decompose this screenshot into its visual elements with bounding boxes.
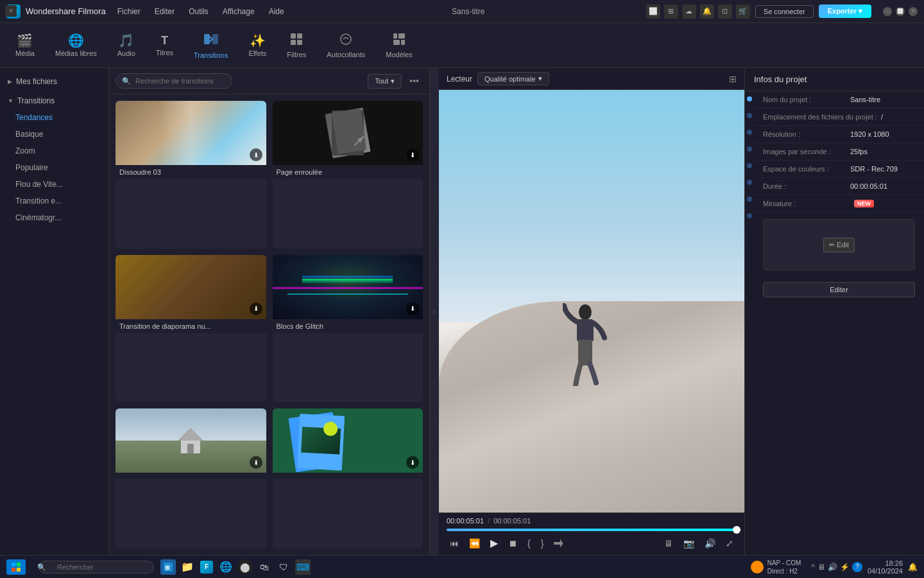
menu-fichier[interactable]: Fichier (111, 4, 147, 19)
menu-outils[interactable]: Outils (182, 4, 215, 19)
time-current: 00:00:05:01 (447, 517, 484, 525)
export-button[interactable]: Exporter ▾ (819, 4, 871, 18)
svg-rect-7 (297, 40, 302, 45)
filter-button[interactable]: Tout ▾ (368, 74, 402, 89)
info-dot-4 (747, 146, 752, 152)
edit-button[interactable]: Editer (763, 282, 915, 297)
taskbar-icon-1[interactable]: ⊞ (160, 559, 176, 575)
edit-miniature-button[interactable]: ✏ Edit (823, 238, 855, 252)
section-my-files-header[interactable]: ▶ Mes fichiers (0, 73, 108, 90)
download-icon-glitch[interactable]: ⬇ (406, 302, 419, 315)
monitor-icon[interactable]: ⬜ (646, 4, 660, 19)
transition-card-slideshow[interactable]: ⬇ Transition de diaporama nu... (116, 255, 266, 403)
more-options-button[interactable]: ••• (406, 74, 423, 87)
question-icon[interactable]: ? (852, 562, 862, 572)
step-back-button[interactable]: ⏪ (466, 536, 483, 550)
mark-out-button[interactable]: } (538, 536, 547, 550)
transition-card-glitch[interactable]: ⬇ Blocs de Glitch (273, 255, 424, 403)
info-content: Nom du projet : Sans-titre Emplacement d… (754, 91, 924, 302)
mark-in-button[interactable]: { (524, 536, 534, 550)
snapshot-button[interactable]: 📷 (680, 536, 697, 550)
network-icon[interactable]: 🖥 (817, 563, 825, 572)
info-row-colorspace: Espace de couleurs : SDR - Rec.709 (754, 161, 924, 178)
transition-card-pages[interactable]: ⬇ (273, 408, 424, 548)
stop-button[interactable]: ⏹ (505, 536, 520, 550)
taskbar-icon-filmora[interactable]: F (199, 559, 214, 575)
apps-icon[interactable]: ⊡ (718, 4, 732, 19)
connect-button[interactable]: Se connecter (755, 5, 814, 18)
cart-icon[interactable]: 🛒 (736, 4, 750, 19)
play-button[interactable]: ▶ (487, 535, 501, 551)
svg-rect-4 (291, 33, 296, 39)
toolbar-media[interactable]: 🎬 Média (6, 30, 44, 61)
progress-track[interactable] (447, 529, 737, 531)
transition-card-house[interactable]: ⬇ (116, 408, 266, 548)
toolbar-models[interactable]: Modèles (377, 28, 422, 62)
sidebar-item-basique[interactable]: Basique (0, 126, 108, 143)
download-icon-page[interactable]: ⬇ (406, 148, 419, 161)
taskbar-search-icon: 🔍 (37, 563, 46, 571)
info-sidebar-dots (745, 91, 754, 302)
sidebar-item-zoom[interactable]: Zoom (0, 143, 108, 159)
download-icon-slideshow[interactable]: ⬇ (250, 302, 262, 315)
download-icon[interactable]: ⬇ (250, 148, 262, 161)
sidebar-item-flou[interactable]: Flou de Vite... (0, 176, 108, 193)
taskbar-icon-browser[interactable]: 🌐 (218, 559, 234, 575)
taskbar-search-input[interactable] (38, 561, 154, 574)
download-icon-house[interactable]: ⬇ (250, 456, 262, 469)
bell-icon[interactable]: 🔔 (700, 4, 714, 19)
window-controls: — ⬜ ✕ (883, 7, 918, 16)
section-transitions-header[interactable]: ▼ Transitions (0, 92, 108, 109)
toolbar-audio[interactable]: 🎵 Audio (108, 30, 144, 61)
search-bar: 🔍 Tout ▾ ••• (109, 68, 429, 94)
fullscreen-button[interactable]: ⤢ (723, 536, 737, 550)
toolbar-effects[interactable]: ✨ Effets (239, 30, 275, 61)
progress-handle[interactable] (733, 526, 740, 534)
toolbar-titles[interactable]: T Titres (147, 31, 182, 60)
transition-card-page[interactable]: ⬇ Page enroulée (273, 101, 424, 249)
sidebar-item-populaire[interactable]: Populaire (0, 159, 108, 176)
transition-card-dissolve[interactable]: ⬇ Dissoudre 03 (116, 101, 266, 249)
taskbar-icon-chrome[interactable]: ⬤ (237, 559, 253, 575)
speaker-icon[interactable]: 🔊 (828, 563, 837, 572)
grid-icon[interactable]: ⊞ (664, 4, 678, 19)
toolbar-filters[interactable]: Filtres (278, 28, 315, 62)
maximize-button[interactable]: ⬜ (896, 7, 905, 16)
add-to-timeline-button[interactable] (551, 537, 566, 550)
minimize-button[interactable]: — (883, 7, 892, 16)
collapse-handle[interactable]: ‹ (430, 68, 439, 555)
taskbar-icon-store[interactable]: 🛍 (257, 559, 272, 575)
sidebar-item-tendances[interactable]: Tendances (0, 109, 108, 126)
search-input[interactable] (116, 73, 232, 89)
start-button[interactable] (6, 559, 26, 575)
transition-thumb-dissolve: ⬇ (116, 101, 266, 165)
battery-icon[interactable]: ⚡ (840, 563, 850, 572)
menu-affichage[interactable]: Affichage (216, 4, 261, 19)
taskbar-icon-dev[interactable]: ⌨ (295, 559, 311, 575)
svg-rect-5 (297, 33, 302, 39)
menu-aide[interactable]: Aide (262, 4, 291, 19)
preview-fullscreen-icon[interactable]: ⊞ (729, 74, 737, 84)
wifi-icon[interactable]: ^ (811, 563, 815, 572)
taskbar-icon-app2[interactable]: 📁 (180, 559, 195, 575)
info-row-resolution: Résolution : 1920 x 1080 (754, 126, 924, 143)
title-bar-left: F Wondershare Filmora Fichier Editer Out… (6, 4, 291, 19)
sidebar-item-transition-e[interactable]: Transition e... (0, 193, 108, 209)
volume-button[interactable]: 🔊 (701, 536, 719, 550)
taskbar-icon-shield[interactable]: 🛡 (276, 559, 291, 575)
quality-button[interactable]: Qualité optimale ▾ (477, 72, 549, 85)
sidebar-item-cinemato[interactable]: Cinématogr... (0, 209, 108, 226)
toolbar-stickers[interactable]: Autocollants (318, 28, 374, 62)
preview-screen-button[interactable]: 🖥 (661, 536, 676, 550)
cloud-icon[interactable]: ☁ (682, 4, 696, 19)
notification-icon[interactable]: 🔔 (908, 563, 918, 572)
nap-circle (751, 561, 764, 574)
preview-main: Lecteur Qualité optimale ▾ ⊞ (439, 68, 744, 555)
svg-marker-24 (560, 539, 563, 548)
rewind-button[interactable]: ⏮ (447, 536, 462, 550)
close-button[interactable]: ✕ (909, 7, 918, 16)
titles-icon: T (161, 35, 168, 46)
toolbar-free-media[interactable]: 🌐 Médias libres (46, 30, 106, 61)
toolbar-transitions[interactable]: Transitions (185, 28, 237, 63)
menu-editer[interactable]: Editer (148, 4, 181, 19)
